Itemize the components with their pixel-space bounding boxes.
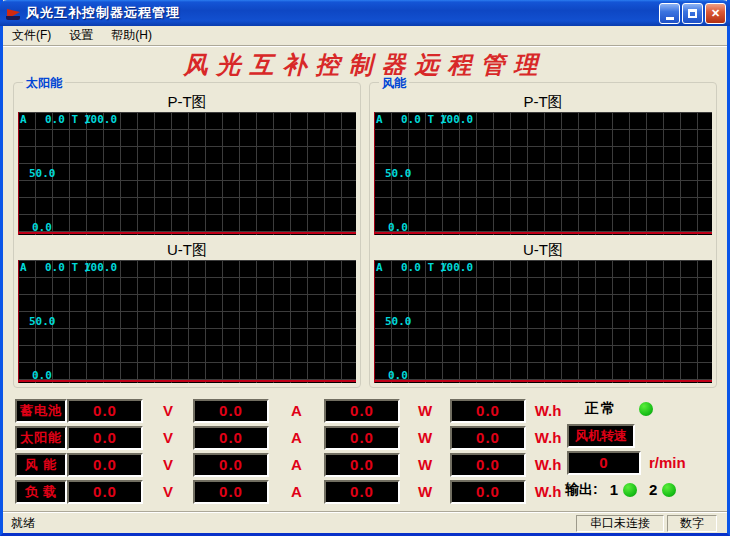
solar-voltage-display: 0.0	[67, 426, 143, 450]
wind-label: 风 能	[15, 453, 67, 477]
wind-current-display: 0.0	[193, 453, 269, 477]
statusbar-serial-status: 串口未连接	[576, 515, 664, 532]
wind-pt-plot: A 0.0 T / 100.0 50.0 0.0	[374, 112, 712, 235]
output-1-label: 1	[610, 481, 618, 498]
statusbar-ready-text: 就绪	[5, 514, 576, 533]
axis-max-label: 100.0	[84, 261, 117, 274]
energy-unit: W.h	[526, 402, 570, 419]
axis-unit-label: A	[376, 113, 383, 126]
menu-file[interactable]: 文件(F)	[3, 25, 60, 46]
fan-speed-label: 风机转速	[567, 424, 635, 448]
readout-panel: 蓄电池 0.0 V 0.0 A 0.0 W 0.0 W.h 太阳能 0.0 V …	[3, 388, 727, 512]
power-unit: W	[400, 429, 450, 446]
wind-ut-plot: A 0.0 T / 100.0 50.0 0.0	[374, 260, 712, 383]
zero-data-trace	[18, 380, 356, 382]
voltage-unit: V	[143, 402, 193, 419]
output-label: 输出:	[565, 481, 598, 499]
chart-title: U-T图	[18, 241, 356, 260]
menu-settings[interactable]: 设置	[60, 25, 102, 46]
output-2-led-icon	[662, 483, 676, 497]
voltage-unit: V	[143, 456, 193, 473]
axis-unit-label: A	[376, 261, 383, 274]
wind-pt-chart: P-T图 A 0.0 T / 100.0 50.0 0.0	[374, 93, 712, 235]
y-axis-line	[18, 260, 19, 383]
power-unit: W	[400, 402, 450, 419]
axis-max-label: 100.0	[84, 113, 117, 126]
current-unit: A	[269, 429, 324, 446]
solar-ut-plot: A 0.0 T / 100.0 50.0 0.0	[18, 260, 356, 383]
axis-unit-label: A	[20, 113, 27, 126]
load-energy-display: 0.0	[450, 480, 526, 504]
load-voltage-display: 0.0	[67, 480, 143, 504]
output-2-label: 2	[649, 481, 657, 498]
chart-title: P-T图	[18, 93, 356, 112]
solar-pt-plot: A 0.0 T / 100.0 50.0 0.0	[18, 112, 356, 235]
axis-mid-label: 50.0	[29, 315, 56, 328]
group-solar: 太阳能 P-T图 A 0.0 T / 100.0 50.0 0.0 U-T图 A…	[13, 82, 361, 388]
page-title: 风光互补控制器远程管理	[3, 49, 727, 81]
zero-data-trace	[18, 232, 356, 234]
close-button[interactable]: ✕	[705, 3, 726, 24]
y-axis-line	[374, 260, 375, 383]
fan-speed-display: 0	[567, 451, 641, 475]
load-power-display: 0.0	[324, 480, 400, 504]
power-unit: W	[400, 456, 450, 473]
zero-data-trace	[374, 380, 712, 382]
app-icon	[6, 5, 22, 21]
wind-power-display: 0.0	[324, 453, 400, 477]
minimize-button[interactable]	[659, 3, 680, 24]
battery-power-display: 0.0	[324, 399, 400, 423]
status-bar: 就绪 串口未连接 数字	[3, 512, 727, 533]
solar-ut-chart: U-T图 A 0.0 T / 100.0 50.0 0.0	[18, 241, 356, 383]
zero-data-trace	[374, 232, 712, 234]
battery-voltage-display: 0.0	[67, 399, 143, 423]
current-unit: A	[269, 456, 324, 473]
group-wind: 风能 P-T图 A 0.0 T / 100.0 50.0 0.0 U-T图 A …	[369, 82, 717, 388]
solar-pt-chart: P-T图 A 0.0 T / 100.0 50.0 0.0	[18, 93, 356, 235]
load-current-display: 0.0	[193, 480, 269, 504]
y-axis-line	[374, 112, 375, 235]
energy-unit: W.h	[526, 456, 570, 473]
wind-energy-display: 0.0	[450, 453, 526, 477]
voltage-unit: V	[143, 429, 193, 446]
load-label: 负 载	[15, 480, 67, 504]
axis-mid-label: 50.0	[29, 167, 56, 180]
output-1-led-icon	[623, 483, 637, 497]
group-wind-caption: 风能	[379, 75, 409, 92]
voltage-unit: V	[143, 483, 193, 500]
title-bar: 风光互补控制器远程管理 ✕	[0, 0, 730, 26]
solar-label: 太阳能	[15, 426, 67, 450]
statusbar-input-mode: 数字	[667, 515, 717, 532]
window-title: 风光互补控制器远程管理	[26, 4, 180, 22]
energy-unit: W.h	[526, 483, 570, 500]
solar-power-display: 0.0	[324, 426, 400, 450]
battery-label: 蓄电池	[15, 399, 67, 423]
chart-title: U-T图	[374, 241, 712, 260]
app-window: 风光互补控制器远程管理 ✕ 文件(F) 设置 帮助(H) 风光互补控制器远程管理…	[0, 0, 730, 536]
menu-bar: 文件(F) 设置 帮助(H)	[3, 26, 727, 46]
axis-mid-label: 50.0	[385, 315, 412, 328]
axis-mid-label: 50.0	[385, 167, 412, 180]
system-status-label: 正常	[585, 400, 617, 418]
y-axis-line	[18, 112, 19, 235]
menu-help[interactable]: 帮助(H)	[102, 25, 161, 46]
axis-max-label: 100.0	[440, 261, 473, 274]
axis-unit-label: A	[20, 261, 27, 274]
energy-unit: W.h	[526, 429, 570, 446]
chart-groups: 太阳能 P-T图 A 0.0 T / 100.0 50.0 0.0 U-T图 A…	[3, 82, 727, 388]
axis-max-label: 100.0	[440, 113, 473, 126]
battery-current-display: 0.0	[193, 399, 269, 423]
status-side-panel: 正常 风机转速 0 r/min 输出: 1 2	[565, 396, 713, 504]
current-unit: A	[269, 402, 324, 419]
system-status-led-icon	[639, 402, 653, 416]
wind-ut-chart: U-T图 A 0.0 T / 100.0 50.0 0.0	[374, 241, 712, 383]
solar-current-display: 0.0	[193, 426, 269, 450]
current-unit: A	[269, 483, 324, 500]
wind-voltage-display: 0.0	[67, 453, 143, 477]
chart-title: P-T图	[374, 93, 712, 112]
fan-speed-unit: r/min	[649, 454, 686, 471]
power-unit: W	[400, 483, 450, 500]
group-solar-caption: 太阳能	[23, 75, 65, 92]
battery-energy-display: 0.0	[450, 399, 526, 423]
maximize-button[interactable]	[682, 3, 703, 24]
